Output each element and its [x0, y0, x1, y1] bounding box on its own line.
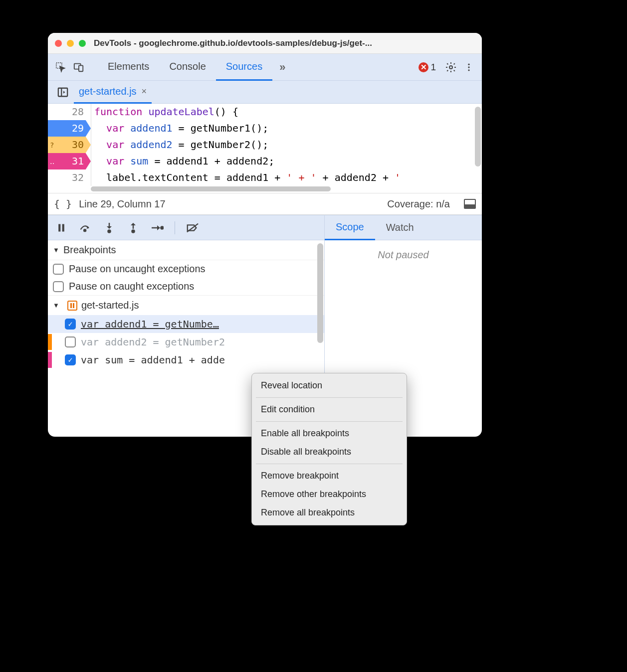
- settings-icon[interactable]: [444, 60, 458, 74]
- pause-uncaught-option[interactable]: Pause on uncaught exceptions: [48, 260, 324, 278]
- js-file-icon: [67, 301, 77, 311]
- code-content[interactable]: var sum = addend1 + addend2;: [91, 153, 274, 169]
- svg-rect-9: [58, 224, 60, 231]
- svg-point-13: [108, 230, 111, 232]
- breakpoints-section-header[interactable]: ▼ Breakpoints: [48, 240, 324, 260]
- pause-caught-label: Pause on caught exceptions: [69, 281, 194, 292]
- close-button[interactable]: [55, 40, 62, 47]
- svg-rect-10: [62, 224, 64, 231]
- pause-icon[interactable]: [55, 221, 68, 234]
- code-line[interactable]: 29 var addend1 = getNumber1();: [48, 120, 482, 137]
- svg-rect-7: [58, 88, 67, 96]
- file-tab-get-started[interactable]: get-started.js ×: [74, 81, 152, 104]
- breakpoint-checkbox[interactable]: [65, 336, 76, 347]
- breakpoint-item-label: var addend2 = getNumber2: [81, 336, 319, 348]
- tab-scope[interactable]: Scope: [325, 215, 375, 240]
- minimize-button[interactable]: [67, 40, 74, 47]
- gutter[interactable]: ?30: [48, 137, 91, 153]
- breakpoint-item[interactable]: var addend2 = getNumber2: [48, 333, 324, 351]
- code-content[interactable]: var addend1 = getNumber1();: [91, 120, 268, 137]
- tab-console[interactable]: Console: [159, 54, 215, 81]
- step-out-icon[interactable]: [127, 221, 140, 234]
- debug-toolbar: [48, 215, 324, 240]
- maximize-button[interactable]: [79, 40, 86, 47]
- breakpoint-indicator: ‥: [50, 153, 54, 169]
- gutter[interactable]: 29: [48, 120, 91, 137]
- svg-point-11: [84, 229, 86, 231]
- step-icon[interactable]: [151, 221, 164, 234]
- editor-status-bar: { } Line 29, Column 17 Coverage: n/a: [48, 193, 482, 215]
- breakpoint-item-label: var sum = addend1 + adde: [81, 354, 319, 366]
- line-number: 30: [72, 137, 84, 153]
- code-line[interactable]: 28function updateLabel() {: [48, 104, 482, 120]
- scope-watch-tabs: Scope Watch: [325, 215, 482, 240]
- pause-caught-option[interactable]: Pause on caught exceptions: [48, 278, 324, 295]
- line-number: 28: [72, 104, 84, 120]
- tab-elements[interactable]: Elements: [98, 54, 159, 81]
- code-content[interactable]: function updateLabel() {: [91, 104, 238, 120]
- more-icon[interactable]: [462, 60, 476, 74]
- breakpoint-checkbox[interactable]: [65, 319, 76, 330]
- gutter[interactable]: ‥31: [48, 153, 91, 169]
- editor-vertical-scrollbar[interactable]: [475, 107, 481, 167]
- inspect-element-icon[interactable]: [54, 60, 68, 74]
- gutter[interactable]: 32: [48, 169, 91, 186]
- deactivate-breakpoints-icon[interactable]: [186, 221, 199, 234]
- breakpoint-marker[interactable]: [48, 137, 91, 153]
- line-number: 29: [72, 120, 84, 137]
- step-into-icon[interactable]: [103, 221, 116, 234]
- menu-item[interactable]: Disable all breakpoints: [252, 443, 407, 461]
- close-tab-icon[interactable]: ×: [142, 86, 147, 97]
- svg-point-15: [132, 230, 135, 232]
- pause-uncaught-checkbox[interactable]: [53, 264, 64, 275]
- toggle-drawer-icon[interactable]: [464, 199, 476, 209]
- svg-point-4: [468, 63, 469, 65]
- step-over-icon[interactable]: [79, 221, 92, 234]
- breakpoint-marker[interactable]: [48, 120, 91, 137]
- cursor-position: Line 29, Column 17: [79, 198, 165, 210]
- menu-item[interactable]: Enable all breakpoints: [252, 424, 407, 443]
- menu-item[interactable]: Remove other breakpoints: [252, 485, 407, 504]
- breakpoint-item[interactable]: var sum = addend1 + adde: [48, 351, 324, 369]
- breakpoint-checkbox[interactable]: [65, 354, 76, 365]
- window-title: DevTools - googlechrome.github.io/devtoo…: [94, 38, 372, 48]
- svg-point-17: [161, 226, 164, 229]
- svg-rect-2: [79, 65, 83, 71]
- editor-horizontal-scrollbar[interactable]: [48, 186, 482, 193]
- scrollbar-thumb[interactable]: [91, 186, 331, 191]
- breakpoints-header-label: Breakpoints: [63, 244, 116, 256]
- svg-point-6: [468, 69, 469, 71]
- code-line[interactable]: ?30 var addend2 = getNumber2();: [48, 137, 482, 153]
- line-number: 32: [72, 169, 84, 186]
- titlebar: DevTools - googlechrome.github.io/devtoo…: [48, 33, 482, 54]
- line-number: 31: [72, 153, 84, 169]
- main-toolbar: Elements Console Sources » ✕ 1: [48, 54, 482, 81]
- pause-caught-checkbox[interactable]: [53, 281, 64, 292]
- code-editor[interactable]: 28function updateLabel() {29 var addend1…: [48, 104, 482, 193]
- tab-sources[interactable]: Sources: [216, 54, 272, 81]
- menu-item[interactable]: Reveal location: [252, 376, 407, 395]
- error-icon: ✕: [418, 62, 428, 72]
- menu-item[interactable]: Remove breakpoint: [252, 467, 407, 485]
- code-content[interactable]: label.textContent = addend1 + ' + ' + ad…: [91, 169, 401, 186]
- left-pane-scrollbar[interactable]: [317, 243, 323, 343]
- menu-separator: [256, 464, 403, 464]
- toolbar-separator: [175, 221, 175, 234]
- tab-watch[interactable]: Watch: [375, 216, 425, 239]
- device-toggle-icon[interactable]: [72, 60, 86, 74]
- show-navigator-icon[interactable]: [56, 85, 70, 99]
- code-line[interactable]: ‥31 var sum = addend1 + addend2;: [48, 153, 482, 169]
- code-line[interactable]: 32 label.textContent = addend1 + ' + ' +…: [48, 169, 482, 186]
- menu-item[interactable]: Remove all breakpoints: [252, 504, 407, 522]
- breakpoint-file-header[interactable]: ▼ get-started.js: [48, 295, 324, 315]
- tabs-overflow-icon[interactable]: »: [276, 61, 288, 74]
- breakpoint-item[interactable]: var addend1 = getNumbe…: [48, 315, 324, 333]
- gutter[interactable]: 28: [48, 104, 91, 120]
- breakpoint-type-stripe: [48, 352, 52, 368]
- panel-tabs: Elements Console Sources: [98, 54, 272, 81]
- menu-item[interactable]: Edit condition: [252, 400, 407, 419]
- code-content[interactable]: var addend2 = getNumber2();: [91, 137, 268, 153]
- pretty-print-icon[interactable]: { }: [54, 198, 72, 210]
- error-count-badge[interactable]: ✕ 1: [418, 62, 436, 73]
- svg-point-3: [449, 66, 452, 69]
